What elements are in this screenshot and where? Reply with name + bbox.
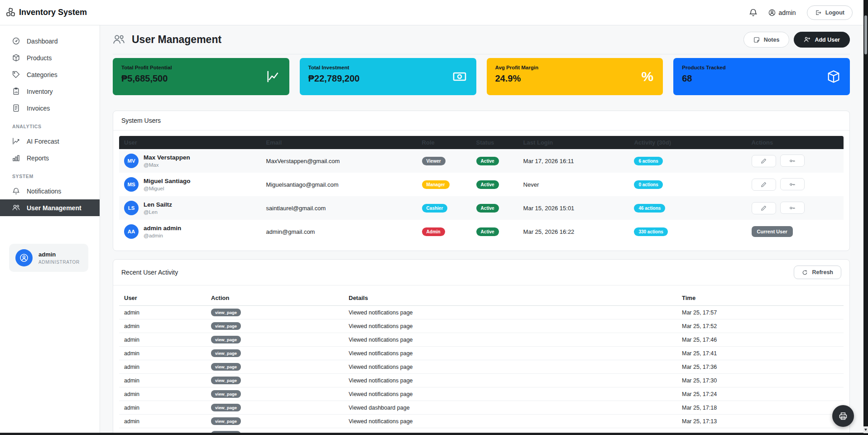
current-user-chip[interactable]: admin	[768, 9, 796, 16]
logout-label: Logout	[825, 10, 844, 16]
user-row: AAadmin admin@adminadmin@gmail.comAdminA…	[119, 220, 844, 243]
topbar-username: admin	[779, 9, 796, 16]
user-handle: @Max	[144, 162, 190, 168]
activity-details: Viewed notifications page	[344, 360, 677, 374]
user-email: Miguelsantiago@gmail.com	[261, 173, 417, 196]
sidebar-item-ai-forecast[interactable]: AI Forecast	[0, 133, 100, 150]
sidebar-item-dashboard[interactable]: Dashboard	[0, 33, 100, 49]
activity-time: Mar 25, 17:36	[677, 360, 844, 374]
user-name: Miguel Santiago	[144, 178, 191, 184]
stat-label: Total Investment	[308, 65, 468, 70]
activity-details: Viewed notifications page	[344, 387, 677, 401]
user-avatar: AA	[124, 224, 139, 239]
sidebar-item-products[interactable]: Products	[0, 49, 100, 66]
sidebar-item-inventory[interactable]: Inventory	[0, 83, 100, 100]
refresh-button[interactable]: Refresh	[794, 266, 841, 279]
users-column-header: Status	[471, 136, 518, 149]
activity-details: Viewed notifications page	[344, 428, 677, 433]
activity-details: Viewed notifications page	[344, 319, 677, 333]
users-column-header: Last Login	[518, 136, 629, 149]
user-avatar: MV	[124, 154, 139, 168]
activity-badge: 6 actions	[634, 157, 662, 165]
logout-button[interactable]: Logout	[807, 5, 853, 20]
users-column-header: Email	[261, 136, 417, 149]
notes-button[interactable]: Notes	[743, 32, 790, 48]
activity-row: adminview_pageViewed notifications pageM…	[119, 415, 844, 428]
notifications-bell-icon[interactable]	[749, 8, 758, 17]
action-type-badge: view_page	[211, 322, 241, 330]
sidebar-item-invoices[interactable]: Invoices	[0, 100, 100, 116]
edit-user-button[interactable]	[752, 202, 776, 214]
activity-time: Mar 25, 17:13	[677, 415, 844, 428]
refresh-label: Refresh	[812, 269, 833, 276]
tag-icon	[12, 71, 20, 78]
activity-time: Mar 25, 17:18	[677, 401, 844, 415]
scrollbar-thumb[interactable]	[864, 15, 867, 54]
invoice-icon	[12, 104, 20, 112]
stat-value: 24.9%	[495, 73, 655, 84]
activity-details: Viewed notifications page	[344, 374, 677, 387]
activity-user: admin	[119, 306, 206, 319]
scrollbar-down-arrow[interactable]	[863, 426, 868, 433]
activity-badge: 46 actions	[634, 204, 665, 213]
edit-user-button[interactable]	[752, 155, 776, 167]
current-user-badge: Current User	[752, 226, 793, 237]
stat-card-products-tracked: Products Tracked 68	[673, 58, 850, 95]
cash-icon	[452, 69, 467, 84]
stat-card-investment: Total Investment ₱22,789,200	[300, 58, 476, 95]
activity-row: adminview_pageViewed dashboard pageMar 2…	[119, 401, 844, 415]
profile-role: ADMINISTRATOR	[38, 260, 80, 265]
last-login: Mar 15, 2026 15:01	[518, 196, 629, 220]
edit-user-button[interactable]	[752, 179, 776, 191]
activity-row: adminview_pageViewed notifications pageM…	[119, 387, 844, 401]
activity-badge: 330 actions	[634, 227, 667, 236]
profile-name: admin	[38, 251, 80, 258]
action-type-badge: view_page	[211, 377, 241, 384]
activity-user: admin	[119, 415, 206, 428]
sidebar-item-categories[interactable]: Categories	[0, 66, 100, 83]
reset-password-button[interactable]	[780, 202, 805, 214]
vertical-scrollbar[interactable]	[863, 0, 868, 435]
page-title-text: User Management	[132, 34, 221, 46]
activity-time: Mar 25, 17:41	[677, 347, 844, 360]
user-row: MVMax Verstappen@MaxMaxVerstappen@gmail.…	[119, 149, 844, 173]
user-row: LSLen Sailtz@Lensaintlaurel@gmail.comCas…	[119, 196, 844, 220]
activity-column-header: Details	[344, 291, 677, 306]
user-handle: @admin	[144, 233, 181, 238]
percent-icon: %	[642, 69, 654, 84]
note-icon	[753, 37, 760, 43]
sidebar-item-reports[interactable]: Reports	[0, 150, 100, 166]
sidebar-item-user-management[interactable]: User Management	[0, 199, 100, 216]
app-brand: Inventory System	[6, 8, 87, 17]
action-type-badge: view_page	[211, 336, 241, 343]
user-row: MSMiguel Santiago@MiguelMiguelsantiago@g…	[119, 173, 844, 196]
activity-row: adminview_pageViewed notifications pageM…	[119, 347, 844, 360]
role-badge: Manager	[422, 180, 450, 189]
recent-activity-title: Recent User Activity	[121, 269, 178, 276]
role-badge: Viewer	[422, 157, 446, 165]
stat-label: Total Profit Potential	[121, 65, 281, 70]
sidebar-label: User Management	[27, 204, 82, 212]
add-user-button[interactable]: Add User	[794, 32, 850, 48]
sidebar-profile-card[interactable]: admin ADMINISTRATOR	[9, 244, 88, 272]
reset-password-button[interactable]	[780, 155, 805, 167]
sidebar-item-notifications[interactable]: Notifications	[0, 183, 100, 199]
print-button[interactable]	[832, 405, 854, 427]
status-badge: Active	[476, 227, 499, 236]
users-table-header-row: UserEmailRoleStatusLast LoginActivity (3…	[119, 136, 844, 149]
status-badge: Active	[476, 157, 499, 165]
sidebar-section-system: SYSTEM	[0, 166, 100, 183]
person-circle-icon	[768, 9, 776, 16]
profile-avatar	[15, 249, 33, 266]
refresh-icon	[802, 270, 808, 276]
users-table: UserEmailRoleStatusLast LoginActivity (3…	[119, 136, 844, 243]
sidebar-label: AI Forecast	[27, 138, 59, 145]
reset-password-button[interactable]	[780, 178, 805, 190]
user-name: Len Sailtz	[144, 201, 172, 208]
user-email: MaxVerstappen@gmail.com	[261, 149, 417, 173]
activity-details: Viewed notifications page	[344, 347, 677, 360]
sidebar: Dashboard Products Categories	[0, 25, 100, 433]
stat-value: ₱22,789,200	[308, 73, 468, 84]
users-column-header: Actions	[747, 136, 844, 149]
stat-card-profit-potential: Total Profit Potential ₱5,685,500	[113, 58, 289, 95]
